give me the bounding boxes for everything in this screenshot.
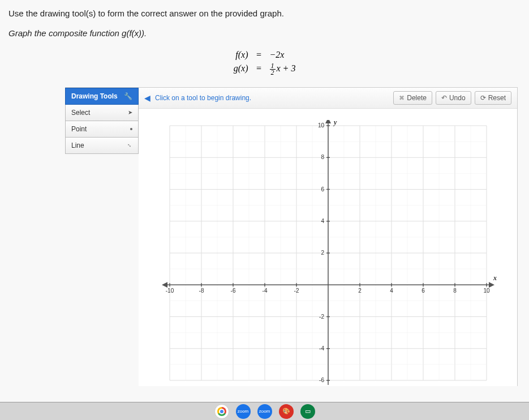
equation-g: g(x) = 12x + 3 bbox=[8, 62, 521, 76]
delete-button[interactable]: ✖ Delete bbox=[393, 91, 432, 105]
drawing-prompt: Click on a tool to begin drawing. bbox=[155, 94, 390, 102]
svg-text:-6: -6 bbox=[230, 288, 235, 294]
svg-marker-41 bbox=[162, 282, 167, 288]
page-content: Use the drawing tool(s) to form the corr… bbox=[0, 0, 529, 386]
reset-button[interactable]: ⟳ Reset bbox=[475, 91, 511, 105]
graph-container: -10-8-6-4-2246810-6-4-2246810yx bbox=[139, 109, 517, 386]
svg-text:2: 2 bbox=[321, 250, 324, 256]
canvas-toolbar: ◀ Click on a tool to begin drawing. ✖ De… bbox=[139, 88, 517, 109]
svg-text:2: 2 bbox=[358, 288, 362, 294]
sidebar-header: Drawing Tools 🔧 bbox=[65, 88, 139, 105]
nav-prev-icon[interactable]: ◀ bbox=[144, 93, 150, 102]
svg-text:6: 6 bbox=[422, 288, 425, 294]
svg-marker-42 bbox=[325, 120, 331, 123]
canvas-area: ◀ Click on a tool to begin drawing. ✖ De… bbox=[139, 88, 517, 386]
svg-text:-6: -6 bbox=[319, 377, 324, 383]
drawing-tools-sidebar: Drawing Tools 🔧 Select ➤ Point Line ↔ bbox=[65, 88, 139, 386]
svg-text:-2: -2 bbox=[319, 313, 324, 319]
svg-text:x: x bbox=[493, 274, 497, 282]
wrench-icon: 🔧 bbox=[124, 92, 132, 100]
svg-text:-10: -10 bbox=[165, 288, 174, 294]
workspace: Drawing Tools 🔧 Select ➤ Point Line ↔ ◀ … bbox=[65, 87, 518, 386]
tool-select-label: Select bbox=[71, 109, 90, 117]
zoom-icon-1[interactable]: zoom bbox=[236, 404, 251, 419]
undo-icon: ↶ bbox=[441, 94, 447, 102]
task-text: Graph the composite function g(f(x)). bbox=[8, 28, 521, 38]
svg-text:4: 4 bbox=[321, 218, 324, 224]
equation-f: f(x) = −2x bbox=[8, 48, 521, 62]
tool-point-label: Point bbox=[71, 125, 87, 133]
reset-label: Reset bbox=[488, 94, 506, 102]
taskbar: zoom zoom 🎨 ▭ bbox=[0, 402, 529, 420]
tool-line-label: Line bbox=[71, 142, 84, 149]
delete-icon: ✖ bbox=[399, 94, 405, 102]
tool-select[interactable]: Select ➤ bbox=[65, 105, 139, 121]
svg-text:-8: -8 bbox=[199, 288, 204, 294]
reset-icon: ⟳ bbox=[480, 94, 486, 102]
svg-marker-40 bbox=[489, 282, 494, 288]
undo-button[interactable]: ↶ Undo bbox=[436, 91, 471, 105]
undo-label: Undo bbox=[449, 94, 466, 102]
delete-label: Delete bbox=[407, 94, 427, 102]
tool-line[interactable]: Line ↔ bbox=[65, 138, 139, 154]
zoom-icon-2[interactable]: zoom bbox=[257, 404, 272, 419]
svg-text:6: 6 bbox=[321, 186, 324, 192]
sidebar-title: Drawing Tools bbox=[71, 92, 118, 100]
line-icon: ↔ bbox=[126, 141, 134, 149]
chrome-icon[interactable] bbox=[214, 404, 229, 419]
app-icon-red[interactable]: 🎨 bbox=[279, 404, 294, 419]
svg-text:-4: -4 bbox=[319, 345, 324, 352]
svg-text:10: 10 bbox=[317, 122, 324, 128]
svg-text:-4: -4 bbox=[262, 288, 267, 294]
svg-text:-2: -2 bbox=[294, 288, 299, 294]
svg-text:10: 10 bbox=[483, 288, 490, 294]
app-icon-green[interactable]: ▭ bbox=[300, 404, 315, 419]
coordinate-graph[interactable]: -10-8-6-4-2246810-6-4-2246810yx bbox=[153, 120, 504, 386]
svg-text:4: 4 bbox=[390, 288, 393, 294]
instruction-text: Use the drawing tool(s) to form the corr… bbox=[8, 8, 521, 18]
equation-block: f(x) = −2x g(x) = 12x + 3 bbox=[8, 48, 521, 76]
svg-text:8: 8 bbox=[453, 288, 457, 294]
svg-text:8: 8 bbox=[321, 154, 324, 160]
cursor-icon: ➤ bbox=[128, 109, 132, 115]
tool-point[interactable]: Point bbox=[65, 121, 139, 138]
svg-text:y: y bbox=[333, 120, 337, 126]
point-icon bbox=[130, 128, 132, 130]
